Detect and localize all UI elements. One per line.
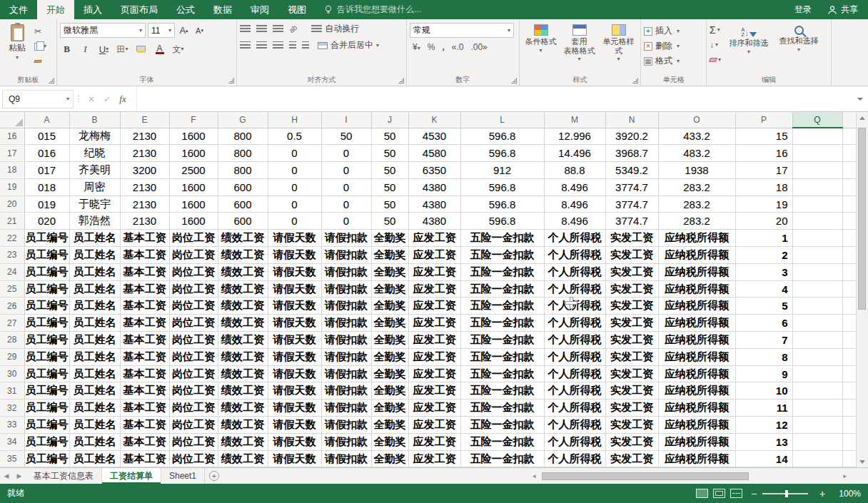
font-size-select[interactable]: 11▾ xyxy=(148,23,175,38)
cell-F34[interactable]: 岗位工资 xyxy=(169,433,218,450)
cell-L24[interactable]: 五险一金扣款 xyxy=(460,263,544,280)
cell-H34[interactable]: 请假天数 xyxy=(268,433,321,450)
borders-button[interactable]: 田▾ xyxy=(116,42,129,56)
cell-P34[interactable]: 13 xyxy=(735,433,792,450)
font-name-select[interactable]: 微软雅黑▾ xyxy=(60,23,146,38)
cell-I35[interactable]: 请假扣款 xyxy=(321,450,371,467)
top-align-button[interactable] xyxy=(240,25,251,33)
cell-I16[interactable]: 50 xyxy=(321,128,371,145)
cell-Q29[interactable] xyxy=(792,348,842,365)
cell-K21[interactable]: 4380 xyxy=(408,213,460,230)
cell-O30[interactable]: 应纳税所得额 xyxy=(658,365,735,382)
cell-Q22[interactable] xyxy=(792,230,842,247)
cell-O18[interactable]: 1938 xyxy=(658,162,735,179)
cell-B19[interactable]: 周密 xyxy=(69,178,120,195)
cell-Q18[interactable] xyxy=(792,162,842,179)
cell-O29[interactable]: 应纳税所得额 xyxy=(658,348,735,365)
cell-G17[interactable]: 800 xyxy=(218,145,268,162)
row-header-18[interactable]: 18 xyxy=(0,162,24,179)
row-header-28[interactable]: 28 xyxy=(0,332,24,349)
cell-I34[interactable]: 请假扣款 xyxy=(321,433,371,450)
cell-M19[interactable]: 8.496 xyxy=(544,178,605,195)
horizontal-scrollbar[interactable]: ◂ ▸ xyxy=(533,468,847,484)
cell-P23[interactable]: 2 xyxy=(735,247,792,264)
cell-Q32[interactable] xyxy=(792,400,842,417)
cell-N33[interactable]: 实发工资 xyxy=(605,417,658,434)
cell-E24[interactable]: 基本工资 xyxy=(120,263,169,280)
normal-view-button[interactable] xyxy=(696,489,708,498)
cell-J24[interactable]: 全勤奖 xyxy=(371,263,408,280)
ribbon-tab-file[interactable]: 文件 xyxy=(0,0,37,19)
cell-Q26[interactable] xyxy=(792,298,842,315)
cell-N19[interactable]: 3774.7 xyxy=(605,178,658,195)
styles-dialog-launcher[interactable] xyxy=(632,78,638,83)
column-header-Q[interactable]: Q xyxy=(792,112,842,128)
ribbon-tab-formulas[interactable]: 公式 xyxy=(167,0,204,19)
cell-L27[interactable]: 五险一金扣款 xyxy=(460,315,544,332)
cell-N23[interactable]: 实发工资 xyxy=(605,247,658,264)
cell-J29[interactable]: 全勤奖 xyxy=(371,348,408,365)
cell-A27[interactable]: 员工编号 xyxy=(24,315,69,332)
font-color-button[interactable]: A xyxy=(153,42,166,56)
cancel-icon[interactable]: ✕ xyxy=(84,94,99,104)
cell-H26[interactable]: 请假天数 xyxy=(268,298,321,315)
column-header-G[interactable]: G xyxy=(218,112,268,128)
cell-J28[interactable]: 全勤奖 xyxy=(371,332,408,349)
cell-L21[interactable]: 596.8 xyxy=(460,213,544,230)
scroll-right-arrow[interactable]: ▸ xyxy=(843,472,847,479)
cell-H25[interactable]: 请假天数 xyxy=(268,280,321,298)
ribbon-tab-data[interactable]: 数据 xyxy=(204,0,241,19)
number-format-select[interactable]: 常规▾ xyxy=(410,23,514,38)
cell-P30[interactable]: 9 xyxy=(735,365,792,382)
cell-H18[interactable]: 0 xyxy=(268,162,321,179)
cell-H23[interactable]: 请假天数 xyxy=(268,247,321,264)
cell-I22[interactable]: 请假扣款 xyxy=(321,230,371,247)
cell-F30[interactable]: 岗位工资 xyxy=(169,365,218,382)
scroll-down-arrow[interactable] xyxy=(857,456,868,467)
merge-center-button[interactable]: 合并后居中 ▾ xyxy=(318,39,379,51)
cell-K28[interactable]: 应发工资 xyxy=(408,332,460,349)
cell-Q19[interactable] xyxy=(792,178,842,195)
page-layout-view-button[interactable] xyxy=(713,489,725,498)
cell-A23[interactable]: 员工编号 xyxy=(24,247,69,264)
cell-I29[interactable]: 请假扣款 xyxy=(321,348,371,365)
cell-A18[interactable]: 017 xyxy=(24,162,69,179)
cell-F32[interactable]: 岗位工资 xyxy=(169,400,218,417)
cell-P29[interactable]: 8 xyxy=(735,348,792,365)
cell-P24[interactable]: 3 xyxy=(735,263,792,280)
cell-F33[interactable]: 岗位工资 xyxy=(169,417,218,434)
number-dialog-launcher[interactable] xyxy=(511,78,517,83)
cell-A29[interactable]: 员工编号 xyxy=(24,348,69,365)
zoom-slider-thumb[interactable] xyxy=(785,490,788,497)
decrease-decimal-button[interactable]: .00» xyxy=(470,42,487,52)
ribbon-tab-view[interactable]: 视图 xyxy=(278,0,316,19)
cell-J16[interactable]: 50 xyxy=(371,128,408,145)
increase-font-size-button[interactable]: A▴ xyxy=(177,24,191,38)
row-header-19[interactable]: 19 xyxy=(0,178,24,195)
cell-F24[interactable]: 岗位工资 xyxy=(169,263,218,280)
cell-M26[interactable]: 个人所得税 xyxy=(544,298,605,315)
cell-B32[interactable]: 员工姓名 xyxy=(69,400,120,417)
cell-L18[interactable]: 912 xyxy=(460,162,544,179)
cell-Q30[interactable] xyxy=(792,365,842,382)
column-header-I[interactable]: I xyxy=(321,112,371,128)
cell-O21[interactable]: 283.2 xyxy=(658,213,735,230)
cell-J32[interactable]: 全勤奖 xyxy=(371,400,408,417)
cell-M28[interactable]: 个人所得税 xyxy=(544,332,605,349)
cell-L16[interactable]: 596.8 xyxy=(460,128,544,145)
cell-P31[interactable]: 10 xyxy=(735,382,792,400)
cell-K18[interactable]: 6350 xyxy=(408,162,460,179)
cell-M20[interactable]: 8.496 xyxy=(544,195,605,213)
cell-I25[interactable]: 请假扣款 xyxy=(321,280,371,298)
cell-F26[interactable]: 岗位工资 xyxy=(169,298,218,315)
cell-K26[interactable]: 应发工资 xyxy=(408,298,460,315)
cell-J21[interactable]: 50 xyxy=(371,213,408,230)
cell-K31[interactable]: 应发工资 xyxy=(408,382,460,400)
cell-F22[interactable]: 岗位工资 xyxy=(169,230,218,247)
cell-G16[interactable]: 800 xyxy=(218,128,268,145)
cell-M25[interactable]: 个人所得税 xyxy=(544,280,605,298)
cell-K20[interactable]: 4380 xyxy=(408,195,460,213)
cell-P28[interactable]: 7 xyxy=(735,332,792,349)
cell-P22[interactable]: 1 xyxy=(735,230,792,247)
cell-O25[interactable]: 应纳税所得额 xyxy=(658,280,735,298)
